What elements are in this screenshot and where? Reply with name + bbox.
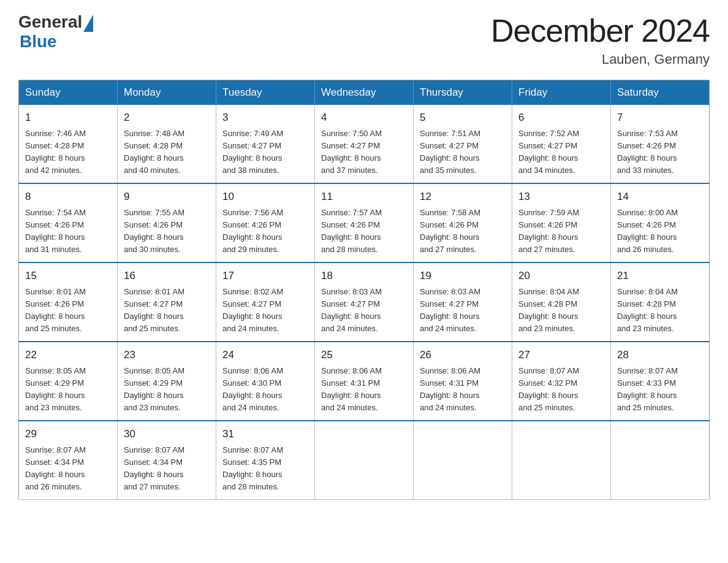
calendar-cell: 6Sunrise: 7:52 AMSunset: 4:27 PMDaylight… — [512, 105, 611, 183]
calendar-cell: 31Sunrise: 8:07 AMSunset: 4:35 PMDayligh… — [216, 421, 315, 500]
calendar-cell: 27Sunrise: 8:07 AMSunset: 4:32 PMDayligh… — [512, 342, 611, 421]
calendar-cell: 21Sunrise: 8:04 AMSunset: 4:28 PMDayligh… — [611, 262, 710, 342]
day-number: 21 — [617, 268, 703, 284]
calendar-cell: 18Sunrise: 8:03 AMSunset: 4:27 PMDayligh… — [315, 262, 414, 342]
day-number: 29 — [25, 426, 111, 442]
calendar-cell — [315, 421, 414, 500]
calendar-cell: 22Sunrise: 8:05 AMSunset: 4:29 PMDayligh… — [19, 342, 118, 421]
day-number: 18 — [321, 268, 407, 284]
day-info: Sunrise: 7:59 AMSunset: 4:26 PMDaylight:… — [518, 207, 604, 256]
calendar-cell: 28Sunrise: 8:07 AMSunset: 4:33 PMDayligh… — [611, 342, 710, 421]
day-number: 23 — [124, 347, 210, 363]
calendar-cell: 4Sunrise: 7:50 AMSunset: 4:27 PMDaylight… — [315, 105, 414, 183]
calendar-cell: 19Sunrise: 8:03 AMSunset: 4:27 PMDayligh… — [414, 262, 512, 342]
weekday-header-saturday: Saturday — [611, 80, 710, 105]
day-number: 13 — [518, 189, 604, 205]
calendar-week-row: 22Sunrise: 8:05 AMSunset: 4:29 PMDayligh… — [19, 342, 710, 421]
day-info: Sunrise: 8:07 AMSunset: 4:34 PMDaylight:… — [124, 444, 210, 494]
day-info: Sunrise: 8:05 AMSunset: 4:29 PMDaylight:… — [124, 365, 210, 415]
calendar-cell: 25Sunrise: 8:06 AMSunset: 4:31 PMDayligh… — [315, 342, 414, 421]
day-number: 20 — [518, 268, 604, 284]
day-number: 22 — [25, 347, 111, 363]
title-block: December 2024 Lauben, Germany — [491, 12, 710, 67]
calendar-cell: 3Sunrise: 7:49 AMSunset: 4:27 PMDaylight… — [216, 105, 315, 183]
day-info: Sunrise: 7:52 AMSunset: 4:27 PMDaylight:… — [518, 128, 604, 177]
day-number: 3 — [222, 110, 308, 126]
calendar-cell: 9Sunrise: 7:55 AMSunset: 4:26 PMDaylight… — [118, 183, 216, 262]
calendar-cell: 30Sunrise: 8:07 AMSunset: 4:34 PMDayligh… — [118, 421, 216, 500]
day-info: Sunrise: 7:56 AMSunset: 4:26 PMDaylight:… — [222, 207, 308, 256]
weekday-header-tuesday: Tuesday — [216, 80, 315, 105]
calendar-cell: 13Sunrise: 7:59 AMSunset: 4:26 PMDayligh… — [512, 183, 611, 262]
day-info: Sunrise: 8:07 AMSunset: 4:33 PMDaylight:… — [617, 365, 703, 415]
logo-wrapper: General Blue — [18, 12, 93, 52]
calendar-cell: 12Sunrise: 7:58 AMSunset: 4:26 PMDayligh… — [414, 183, 512, 262]
day-info: Sunrise: 8:06 AMSunset: 4:31 PMDaylight:… — [420, 365, 506, 415]
calendar-cell: 26Sunrise: 8:06 AMSunset: 4:31 PMDayligh… — [414, 342, 512, 421]
day-info: Sunrise: 8:03 AMSunset: 4:27 PMDaylight:… — [420, 286, 506, 335]
day-info: Sunrise: 7:57 AMSunset: 4:26 PMDaylight:… — [321, 207, 407, 256]
day-number: 1 — [25, 110, 111, 126]
logo-line1: General — [18, 12, 93, 32]
calendar-cell: 16Sunrise: 8:01 AMSunset: 4:27 PMDayligh… — [118, 262, 216, 342]
calendar-week-row: 29Sunrise: 8:07 AMSunset: 4:34 PMDayligh… — [19, 421, 710, 500]
day-info: Sunrise: 8:06 AMSunset: 4:31 PMDaylight:… — [321, 365, 407, 415]
day-number: 12 — [420, 189, 506, 205]
calendar-cell: 29Sunrise: 8:07 AMSunset: 4:34 PMDayligh… — [19, 421, 118, 500]
day-number: 14 — [617, 189, 703, 205]
day-number: 27 — [518, 347, 604, 363]
day-number: 11 — [321, 189, 407, 205]
day-info: Sunrise: 7:51 AMSunset: 4:27 PMDaylight:… — [420, 128, 506, 177]
calendar-cell: 17Sunrise: 8:02 AMSunset: 4:27 PMDayligh… — [216, 262, 315, 342]
day-info: Sunrise: 7:49 AMSunset: 4:27 PMDaylight:… — [222, 128, 308, 177]
calendar-title: December 2024 — [491, 12, 710, 49]
day-number: 28 — [617, 347, 703, 363]
day-number: 17 — [222, 268, 308, 284]
day-info: Sunrise: 7:46 AMSunset: 4:28 PMDaylight:… — [25, 128, 111, 177]
weekday-header-monday: Monday — [118, 80, 216, 105]
weekday-header-wednesday: Wednesday — [315, 80, 414, 105]
logo: General Blue — [18, 12, 93, 52]
calendar-cell: 14Sunrise: 8:00 AMSunset: 4:26 PMDayligh… — [611, 183, 710, 262]
day-info: Sunrise: 8:07 AMSunset: 4:34 PMDaylight:… — [25, 444, 111, 494]
day-info: Sunrise: 8:01 AMSunset: 4:27 PMDaylight:… — [124, 286, 210, 335]
weekday-header-thursday: Thursday — [414, 80, 512, 105]
day-number: 19 — [420, 268, 506, 284]
weekday-header-friday: Friday — [512, 80, 611, 105]
day-info: Sunrise: 8:04 AMSunset: 4:28 PMDaylight:… — [617, 286, 703, 335]
day-number: 10 — [222, 189, 308, 205]
day-info: Sunrise: 8:03 AMSunset: 4:27 PMDaylight:… — [321, 286, 407, 335]
day-info: Sunrise: 7:54 AMSunset: 4:26 PMDaylight:… — [25, 207, 111, 256]
calendar-header-row: SundayMondayTuesdayWednesdayThursdayFrid… — [19, 80, 710, 105]
calendar-week-row: 15Sunrise: 8:01 AMSunset: 4:26 PMDayligh… — [19, 262, 710, 342]
day-info: Sunrise: 7:48 AMSunset: 4:28 PMDaylight:… — [124, 128, 210, 177]
calendar-table: SundayMondayTuesdayWednesdayThursdayFrid… — [18, 80, 710, 500]
calendar-cell: 2Sunrise: 7:48 AMSunset: 4:28 PMDaylight… — [118, 105, 216, 183]
calendar-cell: 11Sunrise: 7:57 AMSunset: 4:26 PMDayligh… — [315, 183, 414, 262]
day-number: 25 — [321, 347, 407, 363]
logo-triangle-icon — [83, 15, 93, 32]
day-number: 5 — [420, 110, 506, 126]
day-info: Sunrise: 8:01 AMSunset: 4:26 PMDaylight:… — [25, 286, 111, 335]
day-number: 9 — [124, 189, 210, 205]
calendar-cell: 7Sunrise: 7:53 AMSunset: 4:26 PMDaylight… — [611, 105, 710, 183]
page-header: General Blue December 2024 Lauben, Germa… — [18, 12, 710, 67]
day-number: 2 — [124, 110, 210, 126]
day-info: Sunrise: 8:02 AMSunset: 4:27 PMDaylight:… — [222, 286, 308, 335]
day-number: 26 — [420, 347, 506, 363]
calendar-cell: 24Sunrise: 8:06 AMSunset: 4:30 PMDayligh… — [216, 342, 315, 421]
day-number: 16 — [124, 268, 210, 284]
day-info: Sunrise: 8:05 AMSunset: 4:29 PMDaylight:… — [25, 365, 111, 415]
day-info: Sunrise: 8:06 AMSunset: 4:30 PMDaylight:… — [222, 365, 308, 415]
day-number: 30 — [124, 426, 210, 442]
calendar-week-row: 1Sunrise: 7:46 AMSunset: 4:28 PMDaylight… — [19, 105, 710, 183]
calendar-cell: 10Sunrise: 7:56 AMSunset: 4:26 PMDayligh… — [216, 183, 315, 262]
calendar-week-row: 8Sunrise: 7:54 AMSunset: 4:26 PMDaylight… — [19, 183, 710, 262]
day-info: Sunrise: 7:58 AMSunset: 4:26 PMDaylight:… — [420, 207, 506, 256]
calendar-cell: 23Sunrise: 8:05 AMSunset: 4:29 PMDayligh… — [118, 342, 216, 421]
calendar-cell — [414, 421, 512, 500]
calendar-cell: 20Sunrise: 8:04 AMSunset: 4:28 PMDayligh… — [512, 262, 611, 342]
day-number: 7 — [617, 110, 703, 126]
day-number: 24 — [222, 347, 308, 363]
logo-general-text: General — [18, 12, 82, 32]
